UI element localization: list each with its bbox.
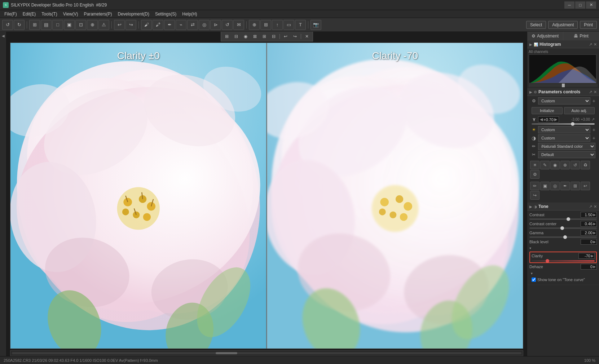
tb-filmstrip[interactable]: ▤ — [41, 20, 52, 30]
tone-header[interactable]: ▶ ◑ Tone ↗ ✕ — [527, 203, 599, 210]
tb-paint2[interactable]: 🖍 — [153, 20, 163, 30]
clarity-slider[interactable] — [532, 260, 595, 262]
contrast-value-box[interactable]: 1.50 ▶ — [581, 212, 597, 218]
ft-btn-close[interactable]: ✕ — [303, 32, 311, 40]
tb-forward[interactable]: ↻ — [14, 20, 25, 30]
ev-slider-thumb[interactable] — [571, 122, 574, 126]
minimize-button[interactable]: ─ — [564, 1, 574, 9]
tb-tool5[interactable]: ⇄ — [187, 20, 198, 30]
preset1-select[interactable]: Custom — [538, 97, 590, 105]
ev-arrow-left[interactable]: ◀ — [540, 117, 543, 122]
menu-development[interactable]: Development(D) — [115, 11, 152, 17]
default-select[interactable]: Default — [538, 151, 595, 158]
close-button[interactable]: ✕ — [586, 1, 596, 9]
contrast-center-slider[interactable] — [529, 227, 597, 229]
histogram-range-slider[interactable] — [529, 84, 598, 87]
tb-warn[interactable]: ⚠ — [98, 20, 109, 30]
ft-btn-3[interactable]: ◉ — [241, 32, 250, 40]
canvas-scrollbar[interactable] — [10, 350, 523, 356]
tool-btn-8[interactable]: ✏ — [530, 182, 539, 190]
ev-value-box[interactable]: ◀ +0.70 ▶ — [538, 116, 559, 123]
auto-adj-button[interactable]: Auto adj. — [564, 107, 595, 114]
black-level-arr[interactable]: ▶ — [593, 240, 596, 244]
dehaze-collapse-icon[interactable]: ▾ — [531, 271, 533, 275]
clarity-slider-thumb[interactable] — [546, 259, 549, 263]
tool-btn-12[interactable]: ⊞ — [571, 182, 580, 190]
tool-btn-1[interactable]: ☀ — [530, 161, 539, 169]
menu-tools[interactable]: Tools(T) — [39, 11, 60, 17]
ev-slider[interactable] — [532, 123, 595, 125]
black-level-value-box[interactable]: 0 ▶ — [581, 239, 597, 245]
tb-paint[interactable]: 🖌 — [141, 20, 152, 30]
tone-preset-select[interactable]: Custom — [538, 134, 590, 142]
tb-view1[interactable]: □ — [52, 20, 63, 30]
tool-btn-2[interactable]: ✎ — [540, 161, 550, 169]
tb-paste[interactable]: ⊞ — [260, 20, 271, 30]
select-button[interactable]: Select — [526, 21, 546, 29]
contrast-center-arr[interactable]: ▶ — [593, 222, 596, 226]
histogram-header[interactable]: ▶ 📊 Histogram ↗ ✕ — [527, 41, 599, 48]
scroll-thumb[interactable] — [216, 352, 237, 354]
adjustment-mode-button[interactable]: ⚙ Adjustment — [527, 32, 563, 40]
tone-close[interactable]: ✕ — [594, 204, 597, 209]
tool-btn-4[interactable]: ⊕ — [560, 161, 570, 169]
tool-btn-13[interactable]: ↩ — [581, 182, 590, 190]
menu-edit[interactable]: Edit(E) — [20, 11, 39, 17]
tool-btn-10[interactable]: ◎ — [550, 182, 560, 190]
tb-export[interactable]: ↑ — [272, 20, 283, 30]
ft-btn-4[interactable]: ⊠ — [251, 32, 259, 40]
gamma-arr[interactable]: ▶ — [593, 231, 596, 235]
histogram-slider-thumb[interactable] — [562, 84, 565, 87]
color-profile-select[interactable]: iNaturali Standard color — [538, 143, 595, 150]
color-preset-plus[interactable]: + — [593, 127, 595, 133]
show-tone-checkbox[interactable] — [532, 278, 536, 282]
menu-parameters[interactable]: Parameters(P) — [81, 11, 115, 17]
tb-back[interactable]: ↺ — [2, 20, 13, 30]
left-panel-arrow[interactable]: ◀ — [2, 34, 5, 38]
tool-btn-3[interactable]: ◉ — [550, 161, 560, 169]
tool-btn-5[interactable]: ↺ — [571, 161, 580, 169]
tb-screen[interactable]: ▭ — [283, 20, 294, 30]
tb-zoom-in[interactable]: ⊕ — [87, 20, 98, 30]
color-preset-select[interactable]: Custom — [538, 126, 590, 133]
contrast-slider[interactable] — [529, 218, 597, 220]
ft-btn-undo[interactable]: ↩ — [281, 32, 290, 40]
preset1-plus[interactable]: + — [593, 98, 595, 104]
initialize-button[interactable]: Initialize — [532, 107, 563, 114]
gamma-slider[interactable] — [529, 236, 597, 238]
gamma-value-box[interactable]: 2.00 ▶ — [581, 230, 597, 236]
clarity-arr[interactable]: ▶ — [591, 254, 594, 258]
tb-tool4[interactable]: ⌁ — [176, 20, 186, 30]
adjustment-button[interactable]: Adjustment — [548, 21, 578, 29]
tb-grid[interactable]: ⊞ — [29, 20, 40, 30]
menu-help[interactable]: Help(H) — [179, 11, 200, 17]
ft-btn-5[interactable]: ⊞ — [260, 32, 269, 40]
menu-view[interactable]: View(V) — [60, 11, 81, 17]
tb-zoom-fit[interactable]: ⊡ — [75, 20, 86, 30]
ft-btn-2[interactable]: ⊟ — [232, 32, 241, 40]
print-button[interactable]: Print — [580, 21, 597, 29]
tb-rotate-l[interactable]: ↺ — [222, 20, 233, 30]
tb-tool7[interactable]: ⊳ — [210, 20, 221, 30]
black-level-collapse-icon[interactable]: ▾ — [529, 246, 531, 250]
gamma-slider-thumb[interactable] — [563, 235, 567, 239]
tool-btn-6[interactable]: ♻ — [581, 161, 590, 169]
canvas-area[interactable]: ⊞ ⊟ ◉ ⊠ ⊞ ⊟ ↩ ↪ ✕ Clarity ±0 — [6, 32, 527, 356]
clarity-value-box[interactable]: -70 ▶ — [578, 253, 595, 259]
params-close[interactable]: ✕ — [594, 90, 597, 94]
ev-expand-icon[interactable]: ↗ — [591, 117, 595, 122]
menu-file[interactable]: File(F) — [1, 11, 20, 17]
tb-tether[interactable]: T — [295, 20, 306, 30]
contrast-center-slider-thumb[interactable] — [560, 226, 564, 230]
print-mode-button[interactable]: 🖶 Print — [563, 32, 599, 40]
tb-undo[interactable]: ↩ — [114, 20, 125, 30]
params-header[interactable]: ▶ ⚙ Parameters controls ↗ ✕ — [527, 88, 599, 96]
histogram-close[interactable]: ✕ — [594, 42, 597, 47]
restore-button[interactable]: □ — [575, 1, 585, 9]
tone-preset-plus[interactable]: + — [593, 135, 595, 141]
dehaze-value-box[interactable]: 0 ▶ — [581, 264, 597, 270]
tb-redo[interactable]: ↪ — [125, 20, 136, 30]
contrast-slider-thumb[interactable] — [567, 217, 570, 221]
params-expand-right[interactable]: ↗ — [589, 90, 592, 94]
tool-btn-14[interactable]: ↪ — [530, 191, 539, 200]
